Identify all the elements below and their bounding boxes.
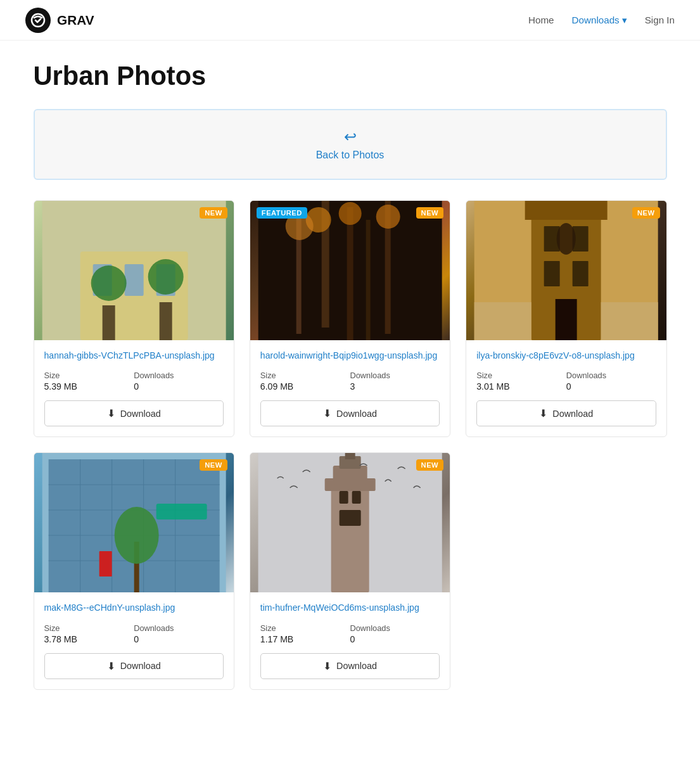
nav-downloads[interactable]: Downloads ▾ <box>572 15 627 26</box>
card-meta-2: Size 6.09 MB Downloads 3 <box>260 371 440 392</box>
badge-new-1: NEW <box>200 207 227 219</box>
photo-image-1: NEW <box>34 201 234 340</box>
svg-point-9 <box>148 259 183 295</box>
photo-placeholder-1 <box>34 201 234 340</box>
card-body-2: harold-wainwright-Bqip9io1wgg-unsplash.j… <box>250 340 450 436</box>
dl-label-2: Downloads <box>350 371 440 380</box>
nav-signin[interactable]: Sign In <box>645 15 675 25</box>
badge-new-5: NEW <box>416 459 444 471</box>
dl-label-4: Downloads <box>134 623 224 633</box>
card-body-5: tim-hufner-MqWeiOCd6ms-unsplash.jpg Size… <box>250 592 450 689</box>
svg-rect-15 <box>366 220 370 340</box>
card-meta-5: Size 1.17 MB Downloads 0 <box>260 623 440 644</box>
badge-new-4: NEW <box>200 459 227 471</box>
navbar: GRAV Home Downloads ▾ Sign In <box>0 0 700 41</box>
download-button-5[interactable]: ⬇ Download <box>260 653 440 679</box>
download-button-3[interactable]: ⬇ Download <box>476 400 656 426</box>
card-meta-3: Size 3.01 MB Downloads 0 <box>476 371 656 392</box>
svg-point-17 <box>338 202 361 225</box>
dl-label-3: Downloads <box>566 371 656 380</box>
back-to-photos-link[interactable]: Back to Photos <box>316 150 385 160</box>
photo-image-3: NEW <box>466 201 666 340</box>
filename-1: hannah-gibbs-VChzTLPcPBA-unsplash.jpg <box>44 349 224 362</box>
photo-placeholder-4 <box>34 453 234 592</box>
dl-value-5: 0 <box>350 634 440 644</box>
photo-card-5: NEW tim-hufner-MqWeiOCd6ms-unsplash.jpg … <box>250 452 450 689</box>
filename-3: ilya-bronskiy-c8pE6vzV-o8-unsplash.jpg <box>476 349 656 362</box>
download-icon-5: ⬇ <box>323 660 331 672</box>
svg-rect-52 <box>345 453 355 459</box>
badge-featured-2: FEATURED <box>257 207 307 219</box>
svg-rect-54 <box>352 491 360 504</box>
download-button-2[interactable]: ⬇ Download <box>260 400 440 426</box>
dl-label-5: Downloads <box>350 623 440 633</box>
dl-value-2: 3 <box>350 381 440 392</box>
nav-home[interactable]: Home <box>528 15 554 25</box>
chevron-down-icon: ▾ <box>622 15 627 26</box>
card-body-4: mak-M8G--eCHdnY-unsplash.jpg Size 3.78 M… <box>34 592 234 689</box>
photos-grid-bottom: NEW mak-M8G--eCHdnY-unsplash.jpg Size 3.… <box>34 452 667 689</box>
dl-value-4: 0 <box>134 634 224 644</box>
size-value-1: 5.39 MB <box>44 381 134 392</box>
filename-5: tim-hufner-MqWeiOCd6ms-unsplash.jpg <box>260 601 440 614</box>
svg-rect-28 <box>474 302 531 340</box>
photo-placeholder-2 <box>250 201 450 340</box>
size-label-2: Size <box>260 371 350 380</box>
photo-card-3: NEW ilya-bronskiy-c8pE6vzV-o8-unsplash.j… <box>466 200 666 437</box>
back-to-photos-box[interactable]: ↩ Back to Photos <box>34 109 667 180</box>
svg-rect-12 <box>347 207 353 340</box>
logo-text: GRAV <box>57 13 94 28</box>
download-icon-4: ⬇ <box>107 660 115 672</box>
page-title: Urban Photos <box>34 61 667 91</box>
svg-rect-25 <box>544 261 560 286</box>
svg-rect-8 <box>159 302 172 340</box>
back-icon: ↩ <box>53 128 648 146</box>
svg-point-7 <box>91 265 126 301</box>
filename-2: harold-wainwright-Bqip9io1wgg-unsplash.j… <box>260 349 440 362</box>
svg-rect-53 <box>339 491 348 504</box>
svg-rect-4 <box>124 264 143 296</box>
download-icon-2: ⬇ <box>323 407 331 419</box>
card-meta-4: Size 3.78 MB Downloads 0 <box>44 623 224 644</box>
nav-links: Home Downloads ▾ Sign In <box>528 15 675 26</box>
empty-slot <box>466 452 666 689</box>
size-value-2: 6.09 MB <box>260 381 350 392</box>
svg-rect-55 <box>339 510 360 526</box>
size-label-3: Size <box>476 371 566 380</box>
badge-new-2: NEW <box>416 207 444 219</box>
card-body-3: ilya-bronskiy-c8pE6vzV-o8-unsplash.jpg S… <box>466 340 666 436</box>
photo-image-4: NEW <box>34 453 234 592</box>
size-value-3: 3.01 MB <box>476 381 566 392</box>
svg-rect-26 <box>573 261 589 286</box>
photo-card-1: NEW hannah-gibbs-VChzTLPcPBA-unsplash.jp… <box>34 200 234 437</box>
photo-image-2: FEATURED NEW <box>250 201 450 340</box>
svg-rect-22 <box>525 201 608 220</box>
svg-point-30 <box>557 223 576 255</box>
svg-rect-6 <box>102 305 115 340</box>
download-icon-3: ⬇ <box>539 407 547 419</box>
svg-rect-48 <box>331 485 369 592</box>
photos-grid-top: NEW hannah-gibbs-VChzTLPcPBA-unsplash.jp… <box>34 200 667 437</box>
card-body-1: hannah-gibbs-VChzTLPcPBA-unsplash.jpg Si… <box>34 340 234 436</box>
page-content: Urban Photos ↩ Back to Photos <box>21 41 680 728</box>
logo-icon <box>25 8 51 33</box>
size-value-4: 3.78 MB <box>44 634 134 644</box>
photo-card-4: NEW mak-M8G--eCHdnY-unsplash.jpg Size 3.… <box>34 452 234 689</box>
card-meta-1: Size 5.39 MB Downloads 0 <box>44 371 224 392</box>
download-icon-1: ⬇ <box>107 407 115 419</box>
size-label-1: Size <box>44 371 134 380</box>
dl-value-1: 0 <box>134 381 224 392</box>
svg-point-19 <box>376 205 400 229</box>
download-button-4[interactable]: ⬇ Download <box>44 653 224 679</box>
size-label-4: Size <box>44 623 134 633</box>
size-value-5: 1.17 MB <box>260 634 350 644</box>
photo-card-2: FEATURED NEW harold-wainwright-Bqip9io1w… <box>250 200 450 437</box>
size-label-5: Size <box>260 623 350 633</box>
badge-new-3: NEW <box>632 207 660 219</box>
svg-rect-29 <box>601 302 658 340</box>
filename-4: mak-M8G--eCHdnY-unsplash.jpg <box>44 601 224 614</box>
download-button-1[interactable]: ⬇ Download <box>44 400 224 426</box>
svg-point-43 <box>114 507 158 564</box>
logo-link[interactable]: GRAV <box>25 8 94 33</box>
dl-label-1: Downloads <box>134 371 224 380</box>
